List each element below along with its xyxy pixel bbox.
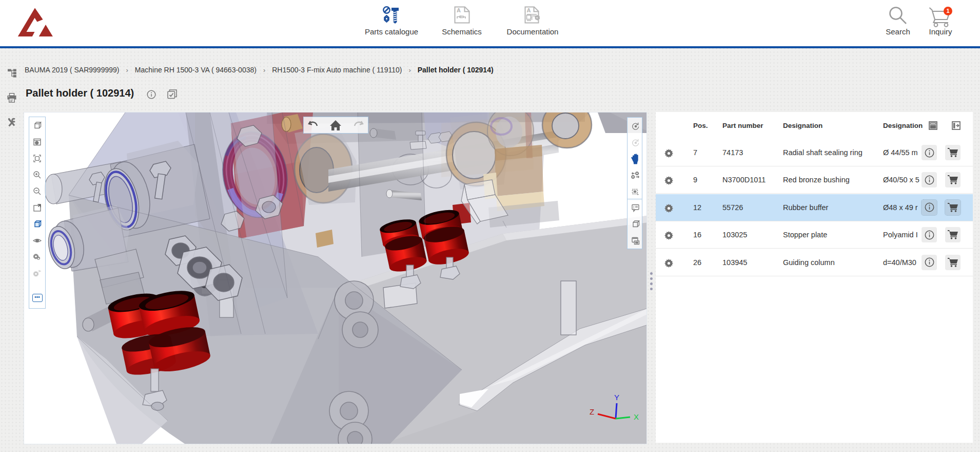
svg-text:Z: Z	[590, 407, 594, 416]
svg-text:A: A	[457, 7, 461, 13]
svg-text:Y: Y	[614, 393, 619, 402]
svg-text:A: A	[527, 7, 531, 13]
svg-text:X: X	[634, 412, 639, 421]
